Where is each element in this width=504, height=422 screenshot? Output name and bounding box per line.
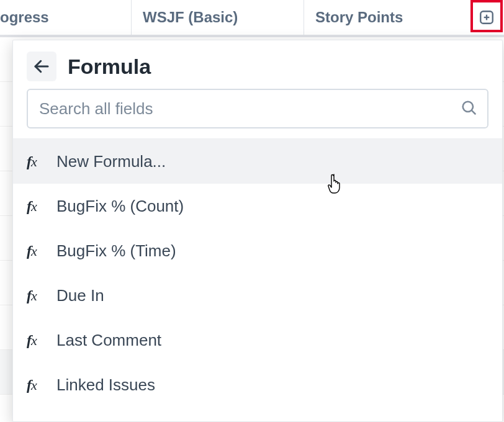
popup-title: Formula [68, 55, 151, 79]
fx-icon: fx [27, 287, 47, 304]
column-header-row: ogress WSJF (Basic) Story Points [0, 0, 504, 35]
column-header-progress[interactable]: ogress [0, 0, 132, 35]
list-item-label: Due In [56, 286, 104, 305]
svg-line-5 [472, 110, 475, 114]
plus-square-icon [479, 9, 495, 25]
list-item-new-formula[interactable]: fx New Formula... [13, 139, 502, 184]
fx-icon: fx [27, 198, 47, 215]
fx-icon: fx [27, 332, 47, 349]
search-container [13, 89, 502, 138]
list-item-label: BugFix % (Count) [56, 197, 184, 216]
fx-icon: fx [27, 153, 47, 170]
column-header-label: ogress [0, 9, 49, 26]
column-header-label: Story Points [315, 9, 403, 26]
list-item-linked-issues[interactable]: fx Linked Issues [13, 362, 502, 407]
back-button[interactable] [27, 52, 56, 81]
list-item-due-in[interactable]: fx Due In [13, 273, 502, 318]
list-item-label: BugFix % (Time) [56, 241, 176, 261]
list-item-bugfix-count[interactable]: fx BugFix % (Count) [13, 184, 502, 228]
list-item-bugfix-time[interactable]: fx BugFix % (Time) [13, 228, 502, 273]
column-header-storypoints[interactable]: Story Points [304, 0, 467, 35]
search-input[interactable] [39, 99, 452, 119]
search-icon [460, 99, 477, 119]
column-header-wsjf[interactable]: WSJF (Basic) [132, 0, 304, 35]
search-box[interactable] [27, 89, 488, 128]
column-header-label: WSJF (Basic) [143, 9, 238, 26]
fx-icon: fx [27, 377, 47, 393]
fx-icon: fx [27, 243, 47, 259]
arrow-left-icon [32, 57, 51, 76]
formula-list: fx New Formula... fx BugFix % (Count) fx… [13, 138, 502, 421]
list-item-label: New Formula... [56, 152, 166, 171]
list-item-last-comment[interactable]: fx Last Comment [13, 318, 502, 362]
list-item-label: Last Comment [56, 331, 161, 350]
list-item-label: Linked Issues [56, 375, 155, 395]
add-column-cell [469, 0, 504, 35]
add-column-button[interactable] [477, 8, 496, 27]
popup-header: Formula [13, 40, 502, 89]
add-column-popup: Formula fx New Formula... fx BugFix % (C… [12, 40, 503, 422]
